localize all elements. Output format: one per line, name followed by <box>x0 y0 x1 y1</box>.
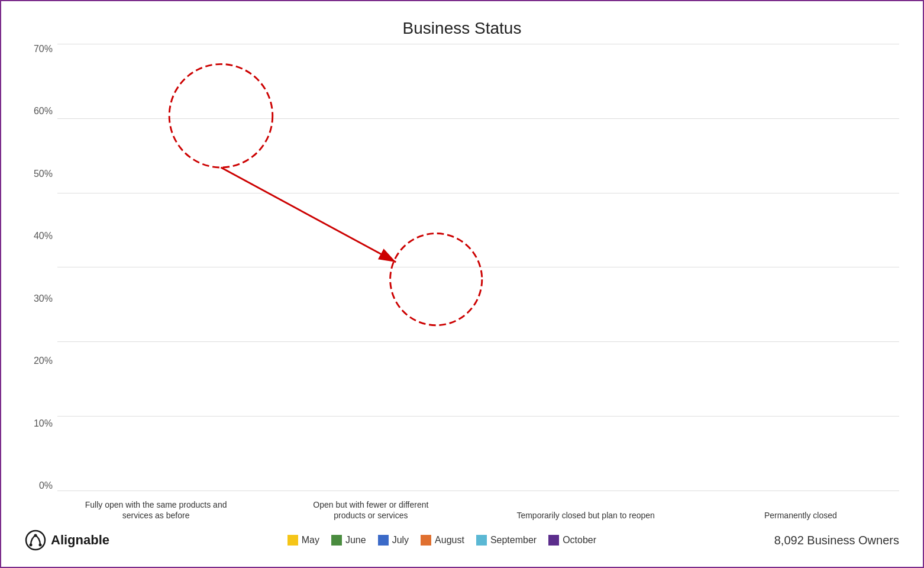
y-axis-label: 50% <box>34 169 53 179</box>
svg-point-6 <box>30 544 33 547</box>
legend-item-may: May <box>287 535 319 546</box>
y-axis-label: 20% <box>34 356 53 366</box>
legend-color-swatch <box>476 535 487 546</box>
legend-label: October <box>563 535 596 546</box>
x-axis-label: Temporarily closed but plan to reopen <box>487 510 684 521</box>
y-axis-label: 30% <box>34 293 53 304</box>
bars-area: Fully open with the same products andser… <box>57 44 899 521</box>
y-axis-label: 10% <box>34 418 53 429</box>
legend: MayJuneJulyAugustSeptemberOctober <box>287 535 596 546</box>
alignable-logo-icon <box>25 530 46 551</box>
legend-label: August <box>435 535 464 546</box>
footer: Alignable MayJuneJulyAugustSeptemberOcto… <box>25 525 899 555</box>
y-axis-label: 40% <box>34 231 53 241</box>
logo: Alignable <box>25 530 109 551</box>
y-axis-label: 0% <box>39 480 53 491</box>
legend-label: September <box>490 535 537 546</box>
legend-item-september: September <box>476 535 537 546</box>
chart-title: Business Status <box>25 19 899 38</box>
legend-item-july: July <box>378 535 409 546</box>
svg-point-4 <box>26 531 45 550</box>
y-axis: 70%60%50%40%30%20%10%0% <box>25 44 57 521</box>
legend-color-swatch <box>287 535 298 546</box>
legend-item-october: October <box>548 535 596 546</box>
y-axis-label: 70% <box>34 44 53 54</box>
chart-container: Business Status 70%60%50%40%30%20%10%0% … <box>1 1 923 567</box>
legend-label: May <box>302 535 319 546</box>
legend-label: June <box>345 535 366 546</box>
legend-item-june: June <box>331 535 366 546</box>
legend-item-august: August <box>421 535 464 546</box>
x-axis-label: Permanently closed <box>702 510 899 521</box>
chart-area: 70%60%50%40%30%20%10%0% Fully open with … <box>25 44 899 521</box>
y-axis-label: 60% <box>34 106 53 117</box>
logo-text: Alignable <box>51 532 109 548</box>
business-count: 8,092 Business Owners <box>774 534 899 547</box>
legend-color-swatch <box>331 535 342 546</box>
legend-color-swatch <box>378 535 389 546</box>
x-axis-label: Fully open with the same products andser… <box>57 499 254 521</box>
legend-color-swatch <box>548 535 559 546</box>
legend-label: July <box>392 535 409 546</box>
chart-plot: Fully open with the same products andser… <box>57 44 899 521</box>
x-axis-label: Open but with fewer or differentproducts… <box>272 499 469 521</box>
svg-point-7 <box>39 544 42 547</box>
svg-point-5 <box>34 534 37 537</box>
legend-color-swatch <box>421 535 431 546</box>
